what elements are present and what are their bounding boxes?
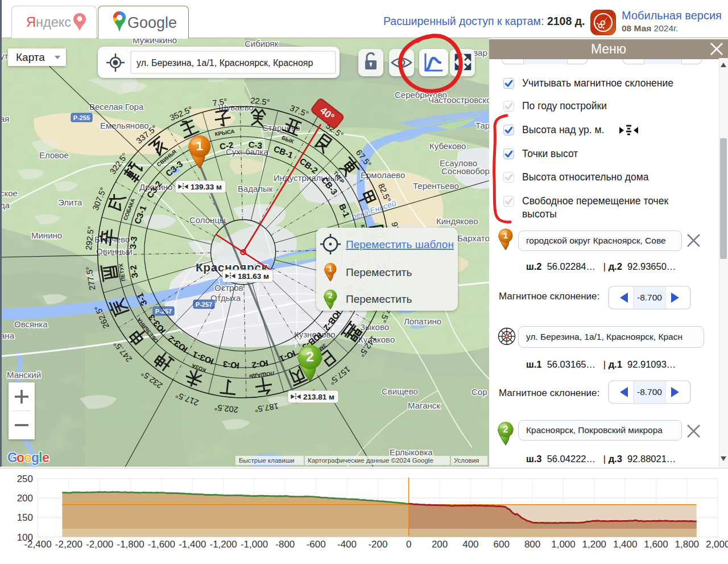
svg-text:Тарта: Тарта [475,121,489,130]
svg-text:З-3: З-3 [128,236,139,249]
svg-text:1: 1 [196,139,203,153]
svg-text:1,200: 1,200 [582,539,607,550]
svg-text:Сосновобор: Сосновобор [441,166,489,176]
svg-text:Манский: Манский [7,370,41,380]
svg-text:-8.700: -8.700 [637,293,662,302]
svg-text:0: 0 [406,539,411,550]
svg-text:Быстрые клавиши: Быстрые клавиши [239,457,295,464]
svg-text:-2,200: -2,200 [55,539,82,550]
svg-text:Ерлыковка: Ерлыковка [390,447,433,457]
svg-text:-1,000: -1,000 [241,539,268,550]
svg-text:Переместить шаблон: Переместить шаблон [346,238,454,250]
svg-text:-1,600: -1,600 [148,539,175,550]
svg-text:Кубеково: Кубеково [429,141,466,151]
svg-text:Бархатово: Бархатово [457,233,489,243]
svg-text:1: 1 [503,231,508,240]
svg-text:Киндяково: Киндяково [436,216,478,226]
svg-text:250: 250 [17,474,33,484]
svg-text:-400: -400 [337,539,357,550]
svg-text:Бадалык: Бадалык [238,184,273,194]
svg-text:Сор: Сор [471,387,487,397]
svg-text:2: 2 [503,425,508,434]
svg-text:Отдыха: Отдыха [210,293,241,303]
svg-text:Условия: Условия [454,457,479,464]
svg-text:1: 1 [329,265,333,273]
svg-text:Элита: Элита [58,197,82,207]
svg-text:150: 150 [17,512,33,523]
svg-text:Свищево: Свищево [382,386,418,396]
svg-text:2: 2 [328,291,332,300]
svg-text:Переместить: Переместить [346,293,412,305]
svg-text:600: 600 [494,539,510,550]
svg-text:400: 400 [462,539,478,550]
svg-text:-2,400: -2,400 [24,539,51,550]
svg-text:1,600: 1,600 [644,539,668,550]
svg-text:Р-255: Р-255 [73,114,90,121]
svg-text:Картографические данные ©2024: Картографические данные ©2024 Google [308,457,433,464]
svg-text:181.63 м: 181.63 м [238,272,269,281]
svg-text:Переместить: Переместить [346,266,412,278]
svg-text:1,800: 1,800 [675,539,700,550]
svg-text:g: g [31,450,39,465]
svg-text:e: e [42,450,49,465]
svg-text:-8.700: -8.700 [637,387,662,397]
svg-text:Минино: Минино [31,230,62,240]
svg-text:С-3: С-3 [248,139,263,151]
svg-text:800: 800 [524,539,540,550]
svg-text:-200: -200 [368,539,387,550]
svg-text:-1,400: -1,400 [179,539,206,550]
svg-text:2: 2 [306,349,314,364]
svg-text:Маганск: Маганск [408,401,440,410]
svg-text:1,000: 1,000 [551,539,576,550]
svg-text:o: o [24,450,32,465]
svg-text:Частоостровское: Частоостровское [428,95,489,105]
svg-text:Р-257: Р-257 [196,301,212,308]
svg-text:200: 200 [17,493,33,504]
svg-text:С-2: С-2 [219,140,234,151]
svg-text:-1,200: -1,200 [209,539,237,550]
svg-text:-2,000: -2,000 [86,539,113,550]
svg-text:Веселая Гора: Веселая Гора [89,102,144,112]
svg-text:ана: ана [0,331,15,340]
svg-text:Ермолаево: Ермолаево [361,170,405,180]
svg-text:Еловое: Еловое [39,150,69,160]
svg-text:-800: -800 [275,539,295,550]
svg-text:1,400: 1,400 [613,539,638,550]
svg-text:Лопатино: Лопатино [404,316,441,326]
svg-text:-1,800: -1,800 [117,539,144,550]
svg-text:Зыково: Зыково [360,322,389,332]
svg-text:Карта: Карта [16,51,45,63]
svg-text:213.81 м: 213.81 м [303,393,334,401]
svg-text:Ю-3: Ю-3 [222,359,240,370]
svg-text:200: 200 [432,539,448,550]
svg-text:ское: ское [0,188,18,198]
svg-text:-600: -600 [307,539,326,550]
svg-text:o: o [16,450,24,465]
svg-text:Овсянка: Овсянка [14,319,48,329]
svg-text:2,000: 2,000 [706,539,728,550]
svg-text:139.33 м: 139.33 м [191,183,222,191]
svg-text:Терентьево: Терентьево [413,181,459,191]
svg-text:З-2: З-2 [128,265,139,279]
svg-text:ул. Березина, 1а/1, Красноярск: ул. Березина, 1а/1, Красноярск, Краснояр [136,58,313,68]
